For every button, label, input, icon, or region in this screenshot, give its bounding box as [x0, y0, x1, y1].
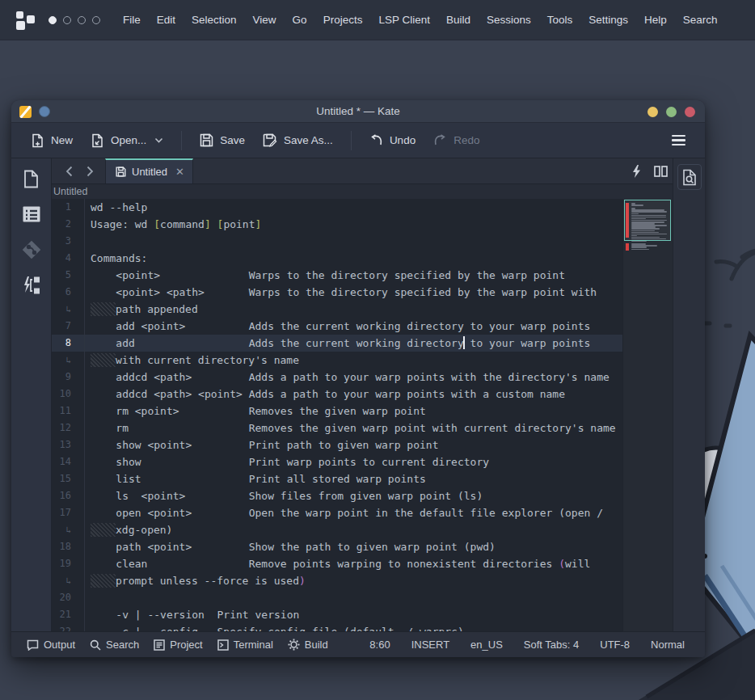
code-line[interactable]: 15 list Print all stored warp points: [52, 470, 622, 487]
code-text[interactable]: add Adds the current working directory t…: [91, 335, 622, 352]
git-panel-button[interactable]: [18, 237, 45, 263]
search-panel-button[interactable]: Search: [82, 635, 146, 654]
folding-strip[interactable]: [84, 199, 91, 216]
folding-strip[interactable]: [84, 369, 91, 386]
folding-strip[interactable]: [84, 420, 91, 436]
workspace-dot-1[interactable]: [49, 16, 57, 24]
line-number[interactable]: 22: [52, 623, 84, 631]
cursor-position-status[interactable]: 8:60: [359, 635, 400, 654]
line-number[interactable]: 1: [52, 199, 84, 216]
menu-projects[interactable]: Projects: [315, 9, 371, 31]
line-number[interactable]: 5: [52, 267, 84, 284]
document-breadcrumb[interactable]: Untitled: [52, 184, 673, 199]
code-text[interactable]: wd --help: [91, 199, 622, 216]
open-button[interactable]: Open...: [82, 129, 171, 153]
line-number[interactable]: 11: [52, 403, 84, 420]
code-line[interactable]: 5 <point> Warps to the directory specifi…: [52, 267, 622, 284]
tab-untitled[interactable]: Untitled ✕: [105, 158, 193, 183]
code-line[interactable]: 10 addcd <path> <point> Adds a path to y…: [52, 386, 622, 403]
output-panel-button[interactable]: Output: [19, 635, 82, 654]
code-text[interactable]: open <point> Open the warp point in the …: [91, 504, 622, 521]
line-number[interactable]: 10: [52, 386, 84, 403]
menu-selection[interactable]: Selection: [183, 9, 245, 31]
line-number[interactable]: 2: [52, 216, 84, 233]
code-text[interactable]: list Print all stored warp points: [91, 470, 622, 487]
code-text[interactable]: xdg-open): [91, 521, 622, 538]
search-in-document-button[interactable]: [677, 164, 702, 190]
folding-strip[interactable]: [84, 318, 91, 335]
code-line[interactable]: 4Commands:: [52, 250, 622, 267]
forward-button[interactable]: [79, 158, 100, 183]
maximize-button[interactable]: [666, 107, 677, 117]
code-line[interactable]: 1wd --help: [52, 199, 622, 216]
code-text[interactable]: Commands:: [91, 250, 622, 267]
code-text[interactable]: rm <point> Removes the given warp point: [91, 403, 622, 420]
menu-sessions[interactable]: Sessions: [479, 9, 539, 31]
code-text[interactable]: path appended: [91, 301, 622, 318]
folding-strip[interactable]: [84, 301, 91, 318]
line-number[interactable]: 21: [52, 606, 84, 623]
highlighting-status[interactable]: Normal: [640, 635, 695, 654]
code-line[interactable]: 14 show Print warp points to current dir…: [52, 453, 622, 470]
code-line[interactable]: 21 -v | --version Print version: [52, 606, 622, 623]
line-number[interactable]: 19: [52, 555, 84, 572]
folding-strip[interactable]: [84, 572, 91, 589]
wrap-indicator[interactable]: ↳: [52, 521, 84, 538]
menu-file[interactable]: File: [115, 9, 149, 31]
code-line[interactable]: 22 -c | --config Specify config file (de…: [52, 623, 622, 631]
code-text[interactable]: ls <point> Show files from given warp po…: [91, 487, 622, 504]
code-text[interactable]: <point> <path> Warps to the directory sp…: [91, 284, 622, 301]
input-mode-status[interactable]: INSERT: [401, 635, 460, 654]
undo-button[interactable]: Undo: [361, 129, 424, 152]
folding-strip[interactable]: [84, 335, 91, 352]
code-line[interactable]: 2Usage: wd [command] [point]: [52, 216, 622, 233]
save-as-button[interactable]: Save As...: [255, 129, 341, 152]
code-text[interactable]: [91, 589, 622, 606]
code-text[interactable]: with current directory's name: [91, 352, 622, 369]
line-number[interactable]: 15: [52, 470, 84, 487]
folding-strip[interactable]: [84, 606, 91, 623]
folding-strip[interactable]: [84, 403, 91, 420]
code-text[interactable]: show <point> Print path to given warp po…: [91, 436, 622, 453]
code-text[interactable]: path <point> Show the path to given warp…: [91, 538, 622, 555]
folding-strip[interactable]: [84, 470, 91, 487]
folding-strip[interactable]: [84, 352, 91, 369]
folding-strip[interactable]: [84, 436, 91, 453]
code-text[interactable]: addcd <path> Adds a path to your warp po…: [91, 369, 622, 386]
code-line[interactable]: ↳prompt unless --force is used): [52, 572, 622, 589]
folding-strip[interactable]: [84, 538, 91, 555]
minimize-button[interactable]: [647, 107, 658, 117]
keep-on-all-desktops-button[interactable]: [39, 106, 50, 117]
code-text[interactable]: add <point> Adds the current working dir…: [91, 318, 622, 335]
code-line[interactable]: ↳path appended: [52, 301, 622, 318]
line-number[interactable]: 16: [52, 487, 84, 504]
line-number[interactable]: 12: [52, 420, 84, 436]
code-line[interactable]: 19 clean Remove points warping to nonexi…: [52, 555, 622, 572]
menu-tools[interactable]: Tools: [539, 9, 581, 31]
line-number[interactable]: 8: [52, 335, 84, 352]
wrap-indicator[interactable]: ↳: [52, 352, 84, 369]
line-number[interactable]: 14: [52, 453, 84, 470]
filesystem-panel-button[interactable]: [18, 201, 45, 227]
code-line[interactable]: ↳with current directory's name: [52, 352, 622, 369]
code-line[interactable]: 9 addcd <path> Adds a path to your warp …: [52, 369, 622, 386]
redo-button[interactable]: Redo: [425, 129, 487, 152]
code-line[interactable]: 13 show <point> Print path to given warp…: [52, 436, 622, 453]
code-text[interactable]: prompt unless --force is used): [91, 572, 622, 589]
code-line[interactable]: 6 <point> <path> Warps to the directory …: [52, 284, 622, 301]
quick-open-button[interactable]: [624, 158, 648, 183]
hamburger-menu-button[interactable]: [664, 129, 694, 153]
code-text[interactable]: clean Remove points warping to nonexiste…: [91, 555, 622, 572]
code-text[interactable]: addcd <path> <point> Adds a path to your…: [91, 386, 622, 403]
workspace-dot-3[interactable]: [78, 16, 86, 24]
folding-strip[interactable]: [84, 284, 91, 301]
folding-strip[interactable]: [84, 589, 91, 606]
folding-strip[interactable]: [84, 250, 91, 267]
folding-strip[interactable]: [84, 267, 91, 284]
code-line[interactable]: 7 add <point> Adds the current working d…: [52, 318, 622, 335]
menu-help[interactable]: Help: [636, 9, 675, 31]
folding-strip[interactable]: [84, 504, 91, 521]
line-number[interactable]: 7: [52, 318, 84, 335]
diagnostics-panel-button[interactable]: [18, 272, 45, 298]
folding-strip[interactable]: [84, 216, 91, 233]
